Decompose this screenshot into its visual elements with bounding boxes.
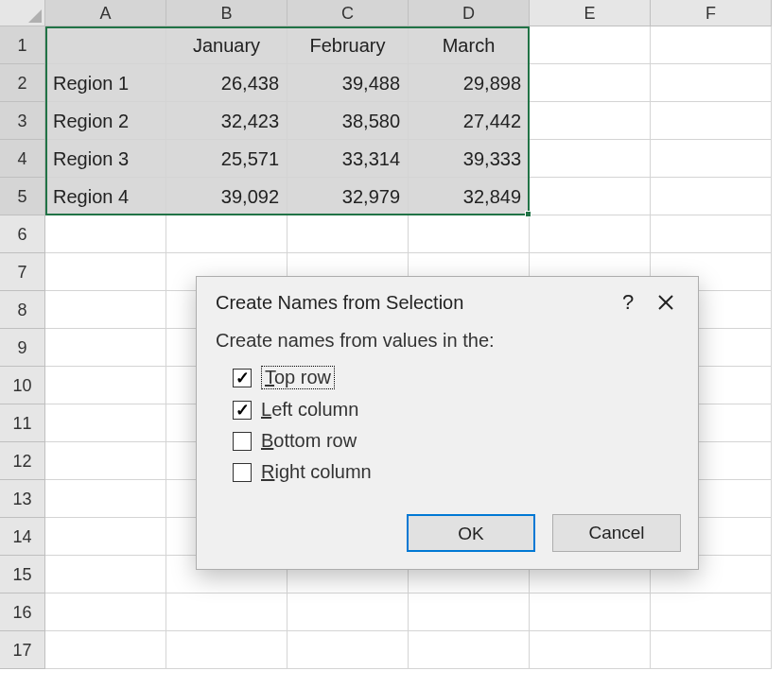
cell-D2[interactable]: 29,898 [409, 64, 530, 102]
cell-A9[interactable] [45, 329, 166, 367]
cell-A15[interactable] [45, 556, 166, 593]
option-label-left-column: Left column [261, 399, 358, 421]
col-header-D[interactable]: D [409, 0, 530, 26]
cell-A7[interactable] [45, 253, 166, 291]
cell-D16[interactable] [409, 593, 530, 631]
ok-button[interactable]: OK [407, 514, 535, 552]
col-header-F[interactable]: F [651, 0, 772, 26]
cell-B16[interactable] [166, 593, 287, 631]
cell-C16[interactable] [287, 593, 409, 631]
cell-A10[interactable] [45, 367, 166, 404]
row-header-2[interactable]: 2 [0, 64, 45, 102]
cell-B1[interactable]: January [166, 26, 287, 64]
row-header-3[interactable]: 3 [0, 102, 45, 140]
cell-D1[interactable]: March [409, 26, 530, 64]
option-right-column[interactable]: Right column [216, 456, 679, 488]
cell-A8[interactable] [45, 291, 166, 329]
col-header-B[interactable]: B [166, 0, 287, 26]
cell-F3[interactable] [651, 102, 772, 140]
cell-B6[interactable] [166, 215, 287, 253]
cancel-button[interactable]: Cancel [552, 514, 681, 552]
cell-E5[interactable] [530, 178, 651, 215]
cell-B3[interactable]: 32,423 [166, 102, 287, 140]
checkbox-left-column[interactable] [233, 401, 252, 420]
cell-D6[interactable] [409, 215, 530, 253]
cell-E16[interactable] [530, 593, 651, 631]
cell-C1[interactable]: February [287, 26, 409, 64]
row-header-1[interactable]: 1 [0, 26, 45, 64]
cell-F2[interactable] [651, 64, 772, 102]
cell-F17[interactable] [651, 631, 772, 669]
dialog-instruction: Create names from values in the: [216, 330, 679, 352]
cell-A17[interactable] [45, 631, 166, 669]
checkbox-right-column[interactable] [233, 463, 252, 482]
dialog-buttons: OK Cancel [197, 501, 698, 569]
cell-B2[interactable]: 26,438 [166, 64, 287, 102]
cell-F5[interactable] [651, 178, 772, 215]
cell-D5[interactable]: 32,849 [409, 178, 530, 215]
cell-C6[interactable] [287, 215, 409, 253]
cell-A12[interactable] [45, 442, 166, 480]
cell-C4[interactable]: 33,314 [287, 140, 409, 178]
option-label-right-column: Right column [261, 461, 372, 483]
col-header-A[interactable]: A [45, 0, 166, 26]
col-header-C[interactable]: C [287, 0, 409, 26]
cell-D3[interactable]: 27,442 [409, 102, 530, 140]
cell-F6[interactable] [651, 215, 772, 253]
option-left-column[interactable]: Left column [216, 394, 679, 425]
option-bottom-row[interactable]: Bottom row [216, 425, 679, 456]
row-header-5[interactable]: 5 [0, 178, 45, 215]
row-header-12[interactable]: 12 [0, 442, 45, 480]
cell-E4[interactable] [530, 140, 651, 178]
help-icon[interactable]: ? [609, 290, 647, 315]
cell-B5[interactable]: 39,092 [166, 178, 287, 215]
cell-A1[interactable] [45, 26, 166, 64]
row-header-17[interactable]: 17 [0, 631, 45, 669]
close-icon[interactable] [647, 294, 685, 311]
cell-E2[interactable] [530, 64, 651, 102]
cell-C3[interactable]: 38,580 [287, 102, 409, 140]
row-header-14[interactable]: 14 [0, 518, 45, 556]
row-header-16[interactable]: 16 [0, 593, 45, 631]
cell-F1[interactable] [651, 26, 772, 64]
cell-A16[interactable] [45, 593, 166, 631]
cell-E1[interactable] [530, 26, 651, 64]
option-top-row[interactable]: Top row [216, 361, 679, 394]
select-all-corner[interactable] [0, 0, 45, 26]
row-header-11[interactable]: 11 [0, 404, 45, 442]
cell-A14[interactable] [45, 518, 166, 556]
cell-C17[interactable] [287, 631, 409, 669]
cell-C5[interactable]: 32,979 [287, 178, 409, 215]
checkbox-top-row[interactable] [233, 369, 252, 387]
row-header-4[interactable]: 4 [0, 140, 45, 178]
cell-E3[interactable] [530, 102, 651, 140]
col-header-E[interactable]: E [530, 0, 651, 26]
row-header-10[interactable]: 10 [0, 367, 45, 404]
cell-A3[interactable]: Region 2 [45, 102, 166, 140]
create-names-dialog: Create Names from Selection ? Create nam… [196, 276, 699, 570]
option-label-bottom-row: Bottom row [261, 430, 357, 452]
cell-E17[interactable] [530, 631, 651, 669]
cell-D17[interactable] [409, 631, 530, 669]
cell-A2[interactable]: Region 1 [45, 64, 166, 102]
dialog-title: Create Names from Selection [216, 292, 609, 314]
cell-D4[interactable]: 39,333 [409, 140, 530, 178]
cell-B17[interactable] [166, 631, 287, 669]
cell-A5[interactable]: Region 4 [45, 178, 166, 215]
cell-A4[interactable]: Region 3 [45, 140, 166, 178]
row-header-7[interactable]: 7 [0, 253, 45, 291]
cell-A6[interactable] [45, 215, 166, 253]
cell-F16[interactable] [651, 593, 772, 631]
row-header-8[interactable]: 8 [0, 291, 45, 329]
checkbox-bottom-row[interactable] [233, 432, 252, 451]
row-header-15[interactable]: 15 [0, 556, 45, 593]
cell-A13[interactable] [45, 480, 166, 518]
cell-E6[interactable] [530, 215, 651, 253]
cell-B4[interactable]: 25,571 [166, 140, 287, 178]
row-header-6[interactable]: 6 [0, 215, 45, 253]
row-header-13[interactable]: 13 [0, 480, 45, 518]
cell-C2[interactable]: 39,488 [287, 64, 409, 102]
cell-F4[interactable] [651, 140, 772, 178]
cell-A11[interactable] [45, 404, 166, 442]
row-header-9[interactable]: 9 [0, 329, 45, 367]
